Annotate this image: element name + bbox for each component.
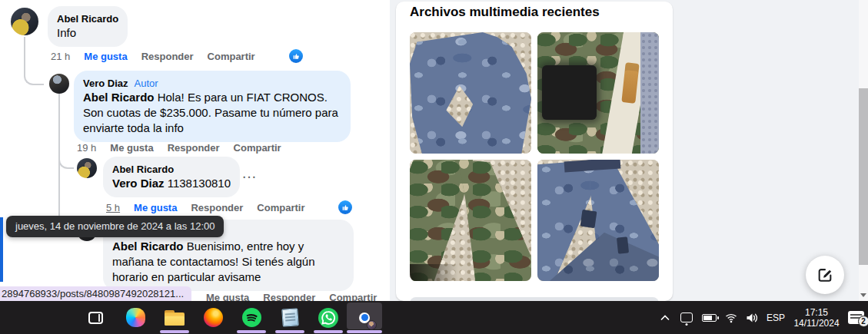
firefox-button[interactable] (195, 301, 231, 334)
active-indicator (347, 330, 382, 333)
avatar-abel-ricardo[interactable] (11, 8, 38, 35)
avatar-abel-ricardo[interactable] (77, 158, 97, 178)
reply-button[interactable]: Responder (191, 202, 243, 213)
comment-actions: 21 h Me gusta Responder Compartir (51, 49, 303, 63)
dark-patch (580, 210, 597, 229)
running-indicator (160, 330, 189, 333)
running-indicator (237, 330, 266, 333)
dark-fabric-fold (542, 65, 597, 120)
thread-line (24, 37, 44, 85)
scrollbar-thumb[interactable] (859, 88, 868, 265)
notification-center-button[interactable]: 2 (844, 301, 867, 334)
folder-flap (165, 316, 185, 326)
task-view-icon (88, 312, 103, 324)
wifi-tray-button[interactable] (721, 301, 741, 334)
like-reaction-icon[interactable] (338, 200, 352, 214)
status-bar-url: 2894768933/posts/8480987492028121... (0, 286, 191, 302)
avatar-vero-diaz[interactable] (49, 74, 69, 94)
comment-text: Info (57, 25, 118, 41)
clock-tray-button[interactable]: 17:15 14/11/2024 (789, 301, 844, 334)
more-options-icon[interactable]: … (241, 164, 258, 182)
spotify-icon (242, 308, 261, 327)
timestamp-link[interactable]: 5 h (106, 202, 120, 213)
tray-time: 17:15 (805, 307, 828, 318)
share-button[interactable]: Compartir (234, 142, 281, 154)
comment-text: Abel Ricardo Hola! Es para un FIAT CRONO… (83, 90, 341, 136)
file-explorer-icon (165, 310, 185, 326)
reply-button[interactable]: Responder (168, 142, 220, 154)
notification-icon: 2 (848, 311, 864, 324)
thread-line (58, 94, 74, 232)
paisley-fabric-strip (640, 32, 659, 154)
cast-tray-button[interactable] (677, 301, 697, 334)
blue-accent-bar (0, 217, 3, 282)
compose-button[interactable] (806, 256, 844, 294)
compose-icon (816, 266, 833, 283)
copilot-button[interactable] (117, 301, 154, 334)
chrome-profile-avatar (367, 320, 377, 330)
firefox-icon (204, 308, 223, 327)
notification-badge: 2 (858, 316, 868, 327)
comment-actions: 19 h Me gusta Responder Compartir (77, 142, 281, 154)
comment-author[interactable]: Vero Diaz (83, 78, 128, 89)
cast-icon (680, 313, 693, 322)
language-indicator[interactable]: ESP (763, 301, 789, 334)
media-thumbnail-jeans[interactable] (410, 32, 531, 154)
like-button[interactable]: Me gusta (84, 51, 127, 62)
share-button[interactable]: Compartir (257, 202, 304, 213)
recent-media-card: Archivos multimedia recientes (396, 2, 673, 301)
comment-bubble: Abel Ricardo Vero Diaz 1138130810 (103, 157, 240, 197)
volume-tray-button[interactable] (741, 301, 763, 334)
chrome-button[interactable] (346, 301, 383, 334)
dark-patch (617, 236, 629, 253)
comment-text: Vero Diaz 1138130810 (112, 176, 231, 191)
comment-text-body: 1138130810 (165, 177, 231, 190)
comment-actions: 5 h Me gusta Responder Compartir (106, 200, 352, 214)
spotify-button[interactable] (233, 301, 270, 334)
wifi-icon (725, 313, 737, 323)
running-indicator (275, 330, 304, 333)
chrome-icon (354, 308, 374, 328)
like-button[interactable]: Me gusta (134, 202, 177, 213)
battery-icon (702, 314, 717, 322)
scrollbar-down-arrow-icon[interactable] (860, 293, 866, 297)
comment-author[interactable]: Abel Ricardo (112, 163, 231, 176)
comment-bubble-author: Vero DiazAutor Abel Ricardo Hola! Es par… (74, 71, 351, 142)
copilot-icon (126, 308, 145, 327)
mention-link[interactable]: Vero Diaz (112, 177, 165, 190)
mention-link[interactable]: Abel Ricardo (83, 91, 155, 104)
media-thumbnail-camo-pants[interactable] (410, 160, 531, 281)
author-badge: Autor (135, 78, 158, 89)
reply-button[interactable]: Responder (141, 51, 194, 62)
whatsapp-button[interactable] (310, 301, 347, 334)
screen: Abel Ricardo Info 21 h Me gusta Responde… (0, 0, 868, 334)
like-button[interactable]: Me gusta (110, 142, 153, 154)
taskbar: ESP 17:15 14/11/2024 2 (0, 301, 868, 334)
running-indicator (314, 330, 343, 333)
whatsapp-icon (318, 308, 338, 328)
photo-shadow (410, 264, 458, 281)
chevron-up-icon (660, 315, 670, 321)
comment-author[interactable]: Abel Ricardo (57, 12, 118, 25)
tray-expand-button[interactable] (655, 301, 675, 334)
battery-tray-button[interactable] (698, 301, 720, 334)
comment-text: Abel Ricardo Buenisimo, entre hoy y maña… (112, 239, 344, 285)
timestamp-link[interactable]: 21 h (51, 51, 70, 62)
comment-author-row: Vero DiazAutor (83, 77, 341, 90)
tray-date: 14/11/2024 (793, 318, 839, 329)
comment-bubble: Abel Ricardo Info (48, 6, 128, 47)
like-reaction-icon[interactable] (289, 49, 303, 63)
timestamp-link[interactable]: 19 h (77, 142, 96, 154)
comments-panel: Abel Ricardo Info 21 h Me gusta Responde… (0, 0, 390, 301)
media-card-title: Archivos multimedia recientes (410, 5, 600, 20)
file-explorer-button[interactable] (156, 301, 193, 334)
mention-link[interactable]: Abel Ricardo (112, 240, 184, 253)
date-tooltip: jueves, 14 de noviembre de 2024 a las 12… (6, 216, 224, 237)
speaker-icon (746, 313, 758, 323)
notepad-button[interactable] (271, 301, 308, 334)
media-thumbnail-jeans-2[interactable] (537, 160, 659, 281)
notepad-icon (281, 308, 299, 326)
media-thumbnail-camo-tag[interactable] (537, 32, 659, 154)
share-button[interactable]: Compartir (208, 51, 255, 62)
task-view-button[interactable] (77, 301, 114, 334)
